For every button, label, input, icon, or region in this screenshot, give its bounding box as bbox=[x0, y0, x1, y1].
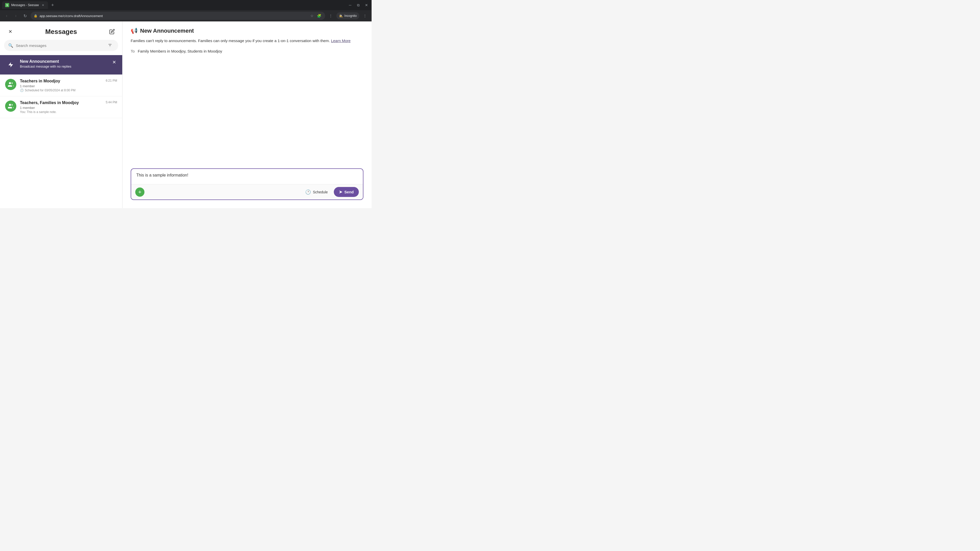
address-bar[interactable]: 🔒 app.seesaw.me/c/conv.draftAnnouncement… bbox=[30, 12, 325, 20]
close-window-button[interactable]: ✕ bbox=[363, 2, 369, 8]
main-body bbox=[123, 57, 372, 168]
sidebar-title: Messages bbox=[45, 28, 77, 36]
address-actions: ☆ 🧩 bbox=[309, 13, 322, 19]
main-content: 📢 New Announcement Families can't reply … bbox=[123, 21, 372, 208]
tab-close-button[interactable]: ✕ bbox=[41, 3, 45, 7]
announcement-header: 📢 New Announcement Families can't reply … bbox=[123, 21, 372, 57]
sidebar: ✕ Messages 🔍 bbox=[0, 21, 123, 208]
announcement-title-text: New Announcement bbox=[140, 27, 194, 34]
maximize-button[interactable]: ⧉ bbox=[355, 2, 361, 8]
message-content: Teachers in Moodjoy 1 member 🕐 Scheduled… bbox=[20, 79, 102, 92]
schedule-label: Schedule bbox=[313, 190, 328, 194]
announcement-title: 📢 New Announcement bbox=[130, 27, 363, 34]
send-button[interactable]: ➤ Send bbox=[334, 187, 359, 197]
recipients-text: Family Members in Moodjoy, Students in M… bbox=[138, 49, 222, 53]
to-label: To bbox=[130, 49, 135, 53]
clock-icon: 🕐 bbox=[20, 89, 24, 92]
search-bar: 🔍 bbox=[4, 40, 118, 51]
list-item[interactable]: Teachers in Moodjoy 1 member 🕐 Scheduled… bbox=[0, 75, 122, 97]
send-label: Send bbox=[344, 190, 354, 194]
address-bar-row: ‹ › ↻ 🔒 app.seesaw.me/c/conv.draftAnnoun… bbox=[0, 10, 372, 21]
svg-point-4 bbox=[9, 104, 11, 106]
browser-chrome: S Messages - Seesaw ✕ + ─ ⧉ ✕ bbox=[0, 0, 372, 10]
message-title: Teachers, Families in Moodjoy bbox=[20, 100, 102, 105]
compose-text-area[interactable]: This is a sample information! bbox=[131, 169, 363, 184]
search-input[interactable] bbox=[16, 43, 103, 48]
url-text: app.seesaw.me/c/conv.draftAnnouncement bbox=[40, 14, 307, 18]
list-item[interactable]: New Announcement Broadcast message with … bbox=[0, 55, 122, 75]
scheduled-info: 🕐 Scheduled for 03/05/2024 at 8:00 PM bbox=[20, 89, 102, 92]
tab-title: Messages - Seesaw bbox=[11, 3, 39, 7]
window-controls: ─ ⧉ ✕ bbox=[347, 2, 369, 8]
message-list: New Announcement Broadcast message with … bbox=[0, 55, 122, 208]
dismiss-button[interactable]: ✕ bbox=[111, 59, 117, 65]
incognito-icon: 🕵 bbox=[339, 14, 343, 17]
message-meta: 5:44 PM bbox=[106, 100, 117, 104]
message-title: New Announcement bbox=[20, 59, 107, 64]
message-subtitle: 1 member bbox=[20, 106, 102, 110]
clock-icon: 🕐 bbox=[305, 189, 311, 195]
schedule-button[interactable]: 🕐 Schedule bbox=[301, 187, 332, 197]
message-title: Teachers in Moodjoy bbox=[20, 79, 102, 83]
message-preview: You: This is a sample note. bbox=[20, 110, 102, 114]
bookmark-icon[interactable]: ☆ bbox=[309, 13, 315, 19]
forward-button[interactable]: › bbox=[12, 12, 19, 19]
learn-more-link[interactable]: Learn More bbox=[331, 38, 351, 43]
filter-button[interactable] bbox=[106, 41, 114, 49]
extension-icon[interactable]: 🧩 bbox=[316, 13, 322, 19]
add-attachment-button[interactable]: + bbox=[135, 187, 145, 197]
message-time: 6:21 PM bbox=[106, 79, 117, 83]
message-subtitle: 1 member bbox=[20, 84, 102, 88]
message-subtitle: Broadcast message with no replies bbox=[20, 65, 107, 68]
message-meta: ✕ bbox=[111, 59, 117, 65]
close-sidebar-button[interactable]: ✕ bbox=[6, 27, 14, 36]
list-item[interactable]: Teachers, Families in Moodjoy 1 member Y… bbox=[0, 97, 122, 118]
avatar bbox=[5, 59, 16, 70]
send-icon: ➤ bbox=[339, 189, 342, 194]
tab-bar: S Messages - Seesaw ✕ + bbox=[2, 1, 345, 9]
lock-icon: 🔒 bbox=[34, 14, 38, 17]
message-content: New Announcement Broadcast message with … bbox=[20, 59, 107, 68]
new-tab-button[interactable]: + bbox=[49, 2, 56, 9]
minimize-button[interactable]: ─ bbox=[347, 2, 353, 8]
compose-area[interactable]: This is a sample information! + 🕐 Schedu… bbox=[130, 168, 363, 200]
sidebar-header: ✕ Messages bbox=[0, 21, 122, 40]
message-content: Teachers, Families in Moodjoy 1 member Y… bbox=[20, 100, 102, 114]
message-time: 5:44 PM bbox=[106, 100, 117, 104]
back-button[interactable]: ‹ bbox=[3, 12, 10, 19]
active-tab[interactable]: S Messages - Seesaw ✕ bbox=[2, 1, 48, 9]
compose-button[interactable] bbox=[108, 27, 116, 36]
announcement-description: Families can't reply to announcements. F… bbox=[130, 38, 363, 44]
reload-button[interactable]: ↻ bbox=[21, 12, 29, 19]
app-container: ✕ Messages 🔍 bbox=[0, 21, 372, 208]
compose-toolbar: + 🕐 Schedule ➤ Send bbox=[131, 184, 363, 200]
svg-point-3 bbox=[9, 82, 11, 84]
tab-favicon: S bbox=[5, 3, 9, 7]
avatar bbox=[5, 100, 16, 112]
recipients-row: To Family Members in Moodjoy, Students i… bbox=[130, 49, 363, 53]
incognito-label: Incognito bbox=[344, 14, 357, 17]
menu-button[interactable]: ⋮ bbox=[361, 12, 369, 19]
incognito-button[interactable]: 🕵 Incognito bbox=[336, 12, 360, 19]
message-meta: 6:21 PM bbox=[106, 79, 117, 83]
avatar bbox=[5, 79, 16, 90]
megaphone-icon: 📢 bbox=[130, 27, 138, 34]
search-icon: 🔍 bbox=[8, 43, 13, 48]
extensions-button[interactable]: ⋮ bbox=[327, 12, 334, 19]
